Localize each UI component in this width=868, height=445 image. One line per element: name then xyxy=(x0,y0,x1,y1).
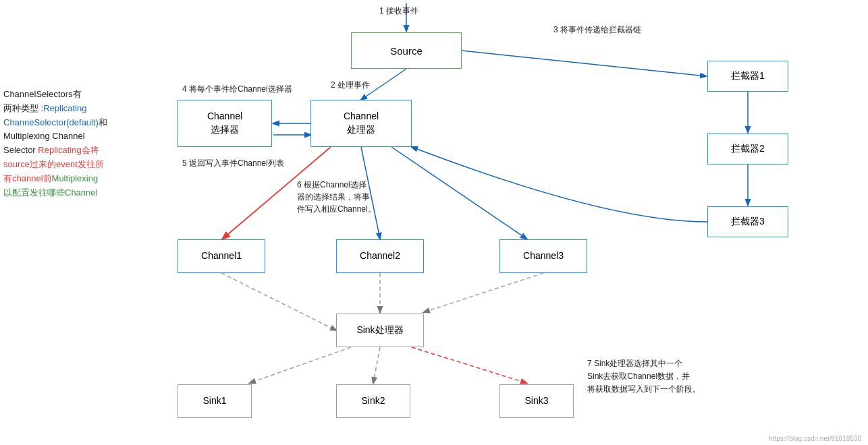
interceptor1-label: 拦截器1 xyxy=(731,69,765,83)
channel1-box: Channel1 xyxy=(178,239,265,273)
sidebar-line2b: Replicating xyxy=(43,103,86,113)
sidebar-line6: source过来的event发往所 xyxy=(3,159,104,169)
svg-line-10 xyxy=(221,273,336,330)
channel2-box: Channel2 xyxy=(336,239,424,273)
interceptor2-label: 拦截器2 xyxy=(731,142,765,156)
watermark: https://blog.csdn.net/81818530 xyxy=(769,435,861,442)
sink1-label: Sink1 xyxy=(202,394,226,408)
interceptor2-box: 拦截器2 xyxy=(707,134,788,165)
sidebar-line3: ChanneSelector(default) xyxy=(3,117,99,127)
sink3-label: Sink3 xyxy=(524,394,548,408)
sink3-box: Sink3 xyxy=(499,384,574,418)
sidebar-line7: 有channel前 xyxy=(3,173,52,183)
sink2-label: Sink2 xyxy=(361,394,385,408)
sidebar-line2: 两种类型 : xyxy=(3,103,43,113)
sink-processor-label: Sink处理器 xyxy=(356,324,403,337)
sink-processor-box: Sink处理器 xyxy=(336,314,424,347)
label-return-channel-list: 5 返回写入事件Channel列表 xyxy=(182,158,284,169)
source-box: Source xyxy=(351,32,462,69)
channel3-box: Channel3 xyxy=(499,239,587,273)
channel3-label: Channel3 xyxy=(523,249,564,263)
channel-processor-box: Channel处理器 xyxy=(310,100,412,147)
svg-line-12 xyxy=(424,273,543,312)
label-sink-select: 7 Sink处理器选择其中一个Sink去获取Channel数据，并将获取数据写入… xyxy=(587,357,776,396)
svg-line-13 xyxy=(250,347,351,383)
sink2-box: Sink2 xyxy=(336,384,410,418)
sidebar-text: ChannelSelectors有 两种类型 :Replicating Chan… xyxy=(3,88,182,200)
sink1-box: Sink1 xyxy=(178,384,252,418)
channel2-label: Channel2 xyxy=(360,249,400,263)
label-give-channel-selector: 4 将每个事件给Channel选择器 xyxy=(182,84,292,95)
svg-line-2 xyxy=(462,51,706,76)
channel-selector-label: Channel选择器 xyxy=(207,110,242,136)
sidebar-line1: ChannelSelectors有 xyxy=(3,89,82,99)
label-process-event: 2 处理事件 xyxy=(331,80,370,91)
label-receive-event: 1 接收事件 xyxy=(379,5,418,17)
channel-selector-box: Channel选择器 xyxy=(178,100,272,147)
sidebar-line7b: Multiplexing xyxy=(52,173,99,183)
diagram-container: Source Channel选择器 Channel处理器 Channel1 Ch… xyxy=(0,0,868,445)
interceptor1-box: 拦截器1 xyxy=(707,61,788,92)
svg-line-9 xyxy=(391,147,526,239)
channel-processor-label: Channel处理器 xyxy=(344,110,379,136)
interceptor3-label: 拦截器3 xyxy=(731,215,765,229)
sidebar-line5a: Selector xyxy=(3,145,38,155)
label-write-channel: 6 根据Channel选择器的选择结果，将事件写入相应Channel。 xyxy=(297,179,398,215)
sidebar-line5b: Replicating会将 xyxy=(38,145,99,155)
svg-line-15 xyxy=(412,347,526,383)
channel1-label: Channel1 xyxy=(201,249,242,263)
source-label: Source xyxy=(390,44,423,58)
svg-line-14 xyxy=(373,347,380,383)
sidebar-line8: 以配置发往哪些Channel xyxy=(3,187,97,198)
sidebar-line4: Multiplexing Channel xyxy=(3,131,85,141)
label-pass-interceptor: 3 将事件传递给拦截器链 xyxy=(553,24,641,36)
interceptor3-box: 拦截器3 xyxy=(707,206,788,237)
